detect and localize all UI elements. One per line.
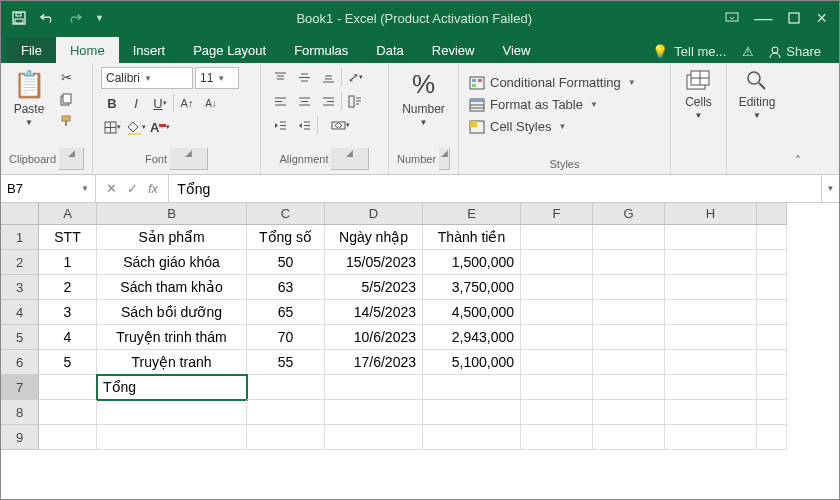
cell[interactable] xyxy=(665,350,757,375)
minimize-icon[interactable]: — xyxy=(754,8,772,29)
cell[interactable]: Sách bồi dưỡng xyxy=(97,300,247,325)
cell[interactable]: 5 xyxy=(39,350,97,375)
cell[interactable] xyxy=(593,325,665,350)
font-name-combo[interactable]: Calibri▼ xyxy=(101,67,193,89)
cell[interactable]: STT xyxy=(39,225,97,250)
cell[interactable] xyxy=(665,250,757,275)
col-header[interactable] xyxy=(757,203,787,225)
col-header[interactable]: C xyxy=(247,203,325,225)
cell[interactable] xyxy=(521,375,593,400)
cell[interactable] xyxy=(97,425,247,450)
name-box[interactable]: B7▼ xyxy=(1,175,96,202)
cell[interactable]: 14/5/2023 xyxy=(325,300,423,325)
cell[interactable] xyxy=(593,225,665,250)
cell[interactable] xyxy=(593,350,665,375)
format-painter-icon[interactable] xyxy=(55,111,77,131)
cell[interactable] xyxy=(521,300,593,325)
col-header[interactable]: F xyxy=(521,203,593,225)
cell[interactable] xyxy=(757,325,787,350)
cell[interactable] xyxy=(665,325,757,350)
worksheet-grid[interactable]: 1 2 3 4 5 6 7 8 9 A B C D E F G H STT Sả… xyxy=(1,203,839,499)
cell[interactable]: 4,500,000 xyxy=(423,300,521,325)
cut-icon[interactable]: ✂ xyxy=(55,67,77,87)
tell-me[interactable]: Tell me... xyxy=(674,44,726,59)
cell[interactable]: Tổng số xyxy=(247,225,325,250)
cell[interactable]: 2,943,000 xyxy=(423,325,521,350)
cell[interactable] xyxy=(521,225,593,250)
cells-button[interactable]: Cells ▼ xyxy=(681,67,716,122)
cell[interactable]: 3,750,000 xyxy=(423,275,521,300)
cell[interactable]: Sách giáo khóa xyxy=(97,250,247,275)
increase-indent-icon[interactable] xyxy=(293,115,315,135)
cell[interactable] xyxy=(521,275,593,300)
cell[interactable]: Thành tiền xyxy=(423,225,521,250)
orientation-icon[interactable]: ⤢▾ xyxy=(344,67,366,87)
cell[interactable] xyxy=(325,425,423,450)
conditional-formatting-button[interactable]: Conditional Formatting▼ xyxy=(467,73,638,92)
cell[interactable] xyxy=(665,300,757,325)
cell[interactable] xyxy=(665,275,757,300)
cell[interactable]: 1 xyxy=(39,250,97,275)
merge-center-button[interactable]: ▾ xyxy=(320,115,360,135)
row-header[interactable]: 4 xyxy=(1,300,39,325)
col-header[interactable]: G xyxy=(593,203,665,225)
cell[interactable]: 10/6/2023 xyxy=(325,325,423,350)
fx-icon[interactable]: fx xyxy=(148,181,158,196)
number-format-button[interactable]: % Number ▼ xyxy=(398,67,449,129)
align-right-icon[interactable] xyxy=(317,91,339,111)
cell[interactable] xyxy=(593,400,665,425)
cell[interactable]: Truyện tranh xyxy=(97,350,247,375)
row-header[interactable]: 8 xyxy=(1,400,39,425)
row-header[interactable]: 2 xyxy=(1,250,39,275)
cell[interactable] xyxy=(521,250,593,275)
undo-icon[interactable] xyxy=(39,10,55,26)
cell[interactable] xyxy=(665,225,757,250)
select-all-corner[interactable] xyxy=(1,203,39,225)
enter-formula-icon[interactable]: ✓ xyxy=(127,181,138,196)
col-header[interactable]: H xyxy=(665,203,757,225)
cell[interactable] xyxy=(521,325,593,350)
row-header[interactable]: 9 xyxy=(1,425,39,450)
tab-view[interactable]: View xyxy=(488,37,544,63)
formula-input[interactable]: Tổng xyxy=(169,175,821,202)
maximize-icon[interactable] xyxy=(786,10,802,26)
collapse-ribbon-icon[interactable]: ˄ xyxy=(795,154,801,168)
alignment-launcher-icon[interactable]: ◢ xyxy=(331,148,369,170)
cell[interactable]: Sản phẩm xyxy=(97,225,247,250)
cell[interactable] xyxy=(521,425,593,450)
cell[interactable]: 2 xyxy=(39,275,97,300)
cell[interactable] xyxy=(423,375,521,400)
cell[interactable] xyxy=(665,400,757,425)
cell[interactable]: 55 xyxy=(247,350,325,375)
ribbon-options-icon[interactable] xyxy=(724,10,740,26)
align-bottom-icon[interactable] xyxy=(317,67,339,87)
col-header[interactable]: B xyxy=(97,203,247,225)
cell[interactable] xyxy=(39,375,97,400)
tab-page-layout[interactable]: Page Layout xyxy=(179,37,280,63)
decrease-font-icon[interactable]: A↓ xyxy=(200,93,222,113)
cell[interactable] xyxy=(521,350,593,375)
format-as-table-button[interactable]: Format as Table▼ xyxy=(467,95,600,114)
redo-icon[interactable] xyxy=(67,10,83,26)
wrap-text-icon[interactable] xyxy=(344,91,366,111)
increase-font-icon[interactable]: A↑ xyxy=(176,93,198,113)
cell[interactable] xyxy=(97,400,247,425)
align-middle-icon[interactable] xyxy=(293,67,315,87)
border-button[interactable]: ▾ xyxy=(101,117,123,137)
cell[interactable] xyxy=(247,425,325,450)
cell[interactable] xyxy=(593,250,665,275)
cell[interactable] xyxy=(593,300,665,325)
tab-file[interactable]: File xyxy=(7,37,56,63)
paste-button[interactable]: 📋 Paste ▼ xyxy=(9,67,49,129)
cell[interactable] xyxy=(593,375,665,400)
cell[interactable] xyxy=(757,400,787,425)
row-header[interactable]: 5 xyxy=(1,325,39,350)
tab-insert[interactable]: Insert xyxy=(119,37,180,63)
cell[interactable]: 4 xyxy=(39,325,97,350)
col-header[interactable]: A xyxy=(39,203,97,225)
cancel-formula-icon[interactable]: ✕ xyxy=(106,181,117,196)
cell[interactable] xyxy=(521,400,593,425)
cell[interactable] xyxy=(325,375,423,400)
cell[interactable]: 15/05/2023 xyxy=(325,250,423,275)
cell[interactable]: Sách tham khảo xyxy=(97,275,247,300)
